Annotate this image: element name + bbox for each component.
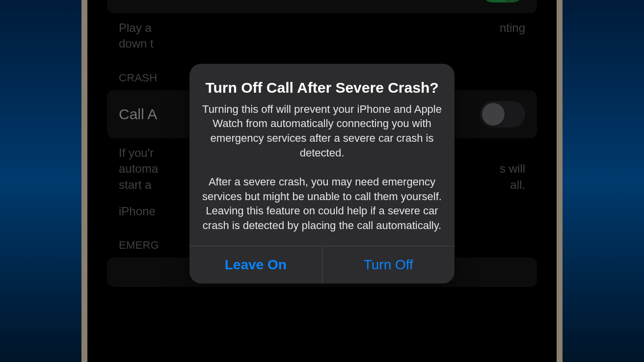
- alert-message: Turning this off will prevent your iPhon…: [202, 102, 442, 233]
- modal-scrim: Turn Off Call After Severe Crash? Turnin…: [87, 0, 557, 362]
- alert-title: Turn Off Call After Severe Crash?: [202, 78, 442, 97]
- alert-dialog: Turn Off Call After Severe Crash? Turnin…: [189, 64, 455, 284]
- phone-frame: Coun Play a nting down t CRASH Call A If…: [81, 0, 563, 362]
- alert-buttons: Leave On Turn Off: [189, 246, 455, 284]
- leave-on-button[interactable]: Leave On: [189, 246, 322, 284]
- turn-off-button[interactable]: Turn Off: [322, 246, 455, 284]
- alert-body: Turn Off Call After Severe Crash? Turnin…: [189, 64, 455, 246]
